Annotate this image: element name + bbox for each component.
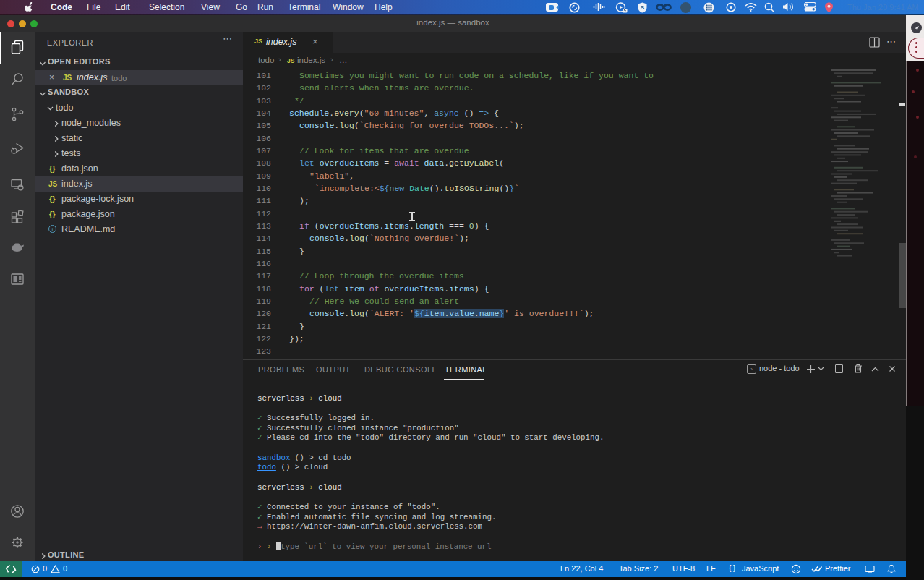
svg-text:S: S — [641, 4, 645, 11]
